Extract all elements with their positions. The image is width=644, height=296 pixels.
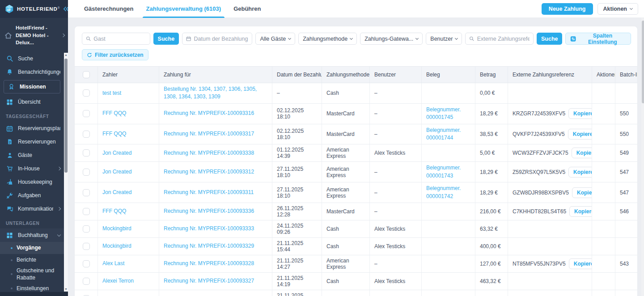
copy-button[interactable]: Kopieren	[569, 206, 592, 217]
sidebar-item-label: Gäste	[18, 152, 32, 158]
sidebar-item-missionen[interactable]: Missionen	[4, 80, 60, 93]
col-zahlungsmethode[interactable]: Zahlungsmethode	[322, 67, 370, 83]
payer-link[interactable]: FFF QQQ	[102, 207, 126, 215]
sidebar-item-reservierungsplan[interactable]: Reservierungsplan	[0, 122, 64, 135]
column-settings-button[interactable]: Spalten Einstellung	[565, 33, 631, 45]
sidebar-item-uebersicht[interactable]: Übersicht	[0, 95, 64, 109]
receipt-link[interactable]: Belegnummer.000001745	[426, 106, 461, 122]
cell-datum: 27.11.2025 18:10	[272, 162, 322, 182]
reset-filters-button[interactable]: Filter zurücksetzen	[82, 49, 148, 60]
payer-link[interactable]: Jon Created	[102, 149, 131, 157]
payer-link[interactable]: Mockingbird	[102, 225, 131, 233]
sidebar-item-aufgaben[interactable]: Aufgaben	[0, 189, 64, 202]
payer-link[interactable]: Jon Created	[102, 168, 131, 176]
payer-link[interactable]: Mockingbird	[102, 242, 131, 250]
payment-for-link[interactable]: Rechnung Nr. MYPREFIX-100093336	[164, 207, 254, 215]
col-batch-id: Batch-ID	[615, 67, 637, 83]
guest-search-input[interactable]	[93, 36, 146, 42]
sidebar-item-buchhaltung[interactable]: Buchhaltung	[0, 228, 64, 242]
copy-button[interactable]: Kopieren	[572, 187, 592, 198]
row-checkbox[interactable]	[83, 110, 90, 117]
payment-date-field[interactable]	[182, 33, 252, 45]
hotel-selector[interactable]: HotelFriend - DEMO Hotel - Delux...	[0, 18, 68, 52]
external-ref-field[interactable]	[465, 33, 534, 45]
page-scroll-thumb[interactable]	[642, 21, 644, 103]
sidebar-item-kommunikation[interactable]: Kommunikation	[0, 202, 64, 216]
sidebar-item-reservierungen[interactable]: Reservierungen	[0, 135, 64, 148]
payment-for-link[interactable]: Rechnung Nr. MYPREFIX-100093329	[164, 242, 254, 250]
cell-benutzer: Alex Testicks	[370, 144, 422, 161]
payer-link[interactable]: test test	[102, 89, 121, 97]
receipt-link[interactable]: Belegnummer.000001744	[426, 127, 461, 142]
all-guests-select[interactable]: Alle Gäste	[255, 33, 295, 45]
user-select[interactable]: Benutzer	[426, 33, 462, 45]
row-checkbox[interactable]	[83, 225, 90, 233]
user-label: Benutzer	[430, 36, 453, 42]
column-label: Zahlung für	[164, 72, 191, 78]
sidebar-scrollbar[interactable]: ▲ ▼	[64, 53, 68, 292]
sidebar-item-berichte[interactable]: Berichte	[0, 254, 64, 266]
payment-for-link[interactable]: Rechnung Nr. MYPREFIX-100093327	[164, 277, 254, 285]
sidebar-item-gutscheine-und-rabatte[interactable]: Gutscheine und Rabatte	[0, 266, 64, 282]
payment-for-link[interactable]: Rechnung Nr. MYPREFIX-100093312	[164, 168, 254, 176]
payment-for-link[interactable]: Rechnung Nr. MYPREFIX-100093333	[164, 225, 254, 233]
tab-gebuehren[interactable]: Gebühren	[227, 0, 267, 18]
copy-button[interactable]: Kopieren	[568, 108, 592, 119]
sidebar-item-housekeeping[interactable]: Housekeeping	[0, 175, 64, 189]
sidebar-scroll-thumb[interactable]	[64, 59, 68, 173]
search-button[interactable]: Suche	[153, 33, 179, 45]
payer-link[interactable]: Jon Created	[102, 189, 131, 196]
col-datum-der-bezahlung[interactable]: Datum der Bezahlung	[272, 67, 322, 83]
row-checkbox[interactable]	[83, 89, 90, 97]
row-checkbox[interactable]	[83, 243, 90, 250]
payment-date-input[interactable]	[194, 36, 249, 42]
payment-for-link[interactable]: Rechnung Nr. MYPREFIX-100093316	[164, 110, 254, 117]
scroll-up-icon[interactable]: ▲	[64, 53, 68, 57]
payment-for-link[interactable]: Bestellung Nr. 1304, 1307, 1306, 1305, 1…	[164, 85, 267, 101]
row-checkbox[interactable]	[83, 169, 90, 176]
new-payment-button[interactable]: Neue Zahlung	[542, 3, 593, 15]
copy-button[interactable]: Kopieren	[572, 148, 592, 158]
bullet-icon	[11, 259, 13, 261]
payer-link[interactable]: Alexei Terron	[102, 277, 134, 285]
payer-link[interactable]: FFF QQQ	[102, 130, 126, 138]
copy-button[interactable]: Kopieren	[568, 167, 592, 178]
row-checkbox[interactable]	[83, 149, 90, 156]
sidebar-item-vorgaenge[interactable]: Vorgänge	[0, 242, 64, 254]
scroll-down-icon[interactable]: ▼	[64, 287, 68, 292]
tab-gaesterechnungen[interactable]: Gästerechnungen	[78, 0, 140, 18]
external-ref-input[interactable]	[477, 36, 530, 42]
row-checkbox[interactable]	[83, 278, 90, 285]
cell-zahler: FFF QQQ	[98, 124, 159, 144]
payment-method-select[interactable]: Zahlungsmethode	[298, 33, 357, 45]
copy-button[interactable]: Kopieren	[568, 129, 592, 140]
sidebar-item-in-house[interactable]: In-House	[0, 162, 64, 175]
payment-for-link[interactable]: Rechnung Nr. MYPREFIX-100093311	[164, 189, 254, 196]
copy-button[interactable]: Kopieren	[569, 258, 592, 269]
payer-link[interactable]: FFF QQQ	[102, 110, 126, 117]
payment-for-link[interactable]: Rechnung Nr. MYPREFIX-100093338	[164, 149, 254, 157]
guest-search-field[interactable]	[82, 33, 150, 45]
row-checkbox[interactable]	[83, 131, 90, 138]
tab-zahlungsverwaltung[interactable]: Zahlungsverwaltung (6103)	[140, 0, 228, 18]
sidebar-item-gaeste[interactable]: Gäste	[0, 148, 64, 162]
payment-gateway-select[interactable]: Zahlungs-Gatewa...	[360, 33, 423, 45]
payment-for-link[interactable]: Rechnung Nr. MYPREFIX-100093328	[164, 260, 254, 267]
col-benutzer: Benutzer	[370, 67, 422, 83]
sidebar-item-benachrichtigungen[interactable]: Benachrichtigungen	[0, 65, 64, 79]
row-checkbox[interactable]	[83, 189, 90, 196]
receipt-link[interactable]: Belegnummer.000001743	[426, 164, 461, 180]
actions-menu-button[interactable]: Aktionen	[597, 3, 638, 15]
home-icon	[4, 32, 12, 39]
cell-zahlung-fuer: Rechnung Nr. MYPREFIX-100093336	[159, 203, 272, 220]
row-checkbox[interactable]	[83, 208, 90, 215]
row-checkbox[interactable]	[83, 260, 90, 267]
payer-link[interactable]: Alex Last	[102, 260, 124, 267]
select-all-checkbox[interactable]	[83, 71, 90, 78]
search-button-2[interactable]: Suche	[537, 33, 563, 45]
payment-for-link[interactable]: Rechnung Nr. MYPREFIX-100093317	[164, 130, 254, 138]
refresh-icon	[87, 52, 92, 58]
receipt-link[interactable]: Belegnummer.000001742	[426, 185, 461, 200]
page-scrollbar[interactable]	[641, 18, 644, 296]
sidebar-item-suche[interactable]: Suche	[0, 52, 64, 65]
